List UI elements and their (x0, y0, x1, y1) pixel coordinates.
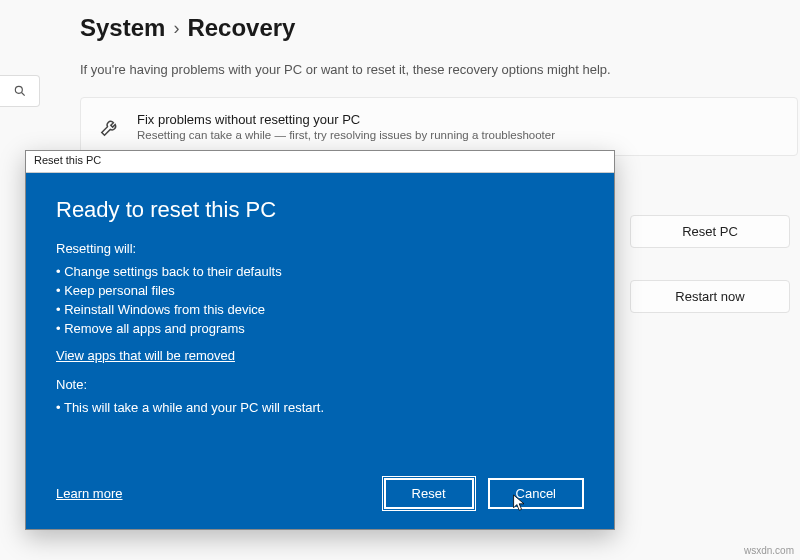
reset-pc-dialog: Reset this PC Ready to reset this PC Res… (25, 150, 615, 530)
breadcrumb-current: Recovery (187, 14, 295, 42)
breadcrumb[interactable]: System › Recovery (80, 14, 798, 42)
reset-bullets: Change settings back to their defaults K… (56, 262, 584, 338)
wrench-icon (99, 116, 121, 138)
dialog-titlebar[interactable]: Reset this PC (26, 151, 614, 173)
bullet-item: This will take a while and your PC will … (56, 398, 584, 417)
bullet-item: Change settings back to their defaults (56, 262, 584, 281)
recovery-page: System › Recovery If you're having probl… (80, 14, 800, 156)
search-icon (13, 84, 27, 98)
note-label: Note: (56, 377, 584, 392)
svg-line-1 (21, 93, 24, 96)
dialog-footer: Learn more Reset Cancel (56, 478, 584, 509)
card-subtitle: Resetting can take a while — first, try … (137, 129, 555, 141)
reset-button[interactable]: Reset (384, 478, 474, 509)
reset-will-label: Resetting will: (56, 241, 584, 256)
bullet-item: Keep personal files (56, 281, 584, 300)
page-subtitle: If you're having problems with your PC o… (80, 62, 798, 77)
dialog-heading: Ready to reset this PC (56, 197, 584, 223)
note-bullets: This will take a while and your PC will … (56, 398, 584, 417)
dialog-body: Ready to reset this PC Resetting will: C… (26, 173, 614, 529)
svg-point-0 (15, 86, 22, 93)
search-box[interactable] (0, 75, 40, 107)
view-apps-link[interactable]: View apps that will be removed (56, 348, 584, 363)
restart-now-button[interactable]: Restart now (630, 280, 790, 313)
troubleshoot-card[interactable]: Fix problems without resetting your PC R… (80, 97, 798, 156)
bullet-item: Reinstall Windows from this device (56, 300, 584, 319)
side-panel: Reset PC Restart now (630, 215, 790, 345)
card-title: Fix problems without resetting your PC (137, 112, 555, 127)
chevron-right-icon: › (173, 18, 179, 39)
watermark: wsxdn.com (744, 545, 794, 556)
dialog-buttons: Reset Cancel (384, 478, 584, 509)
bullet-item: Remove all apps and programs (56, 319, 584, 338)
card-text: Fix problems without resetting your PC R… (137, 112, 555, 141)
reset-pc-button[interactable]: Reset PC (630, 215, 790, 248)
breadcrumb-parent[interactable]: System (80, 14, 165, 42)
learn-more-link[interactable]: Learn more (56, 486, 122, 501)
cancel-button[interactable]: Cancel (488, 478, 584, 509)
